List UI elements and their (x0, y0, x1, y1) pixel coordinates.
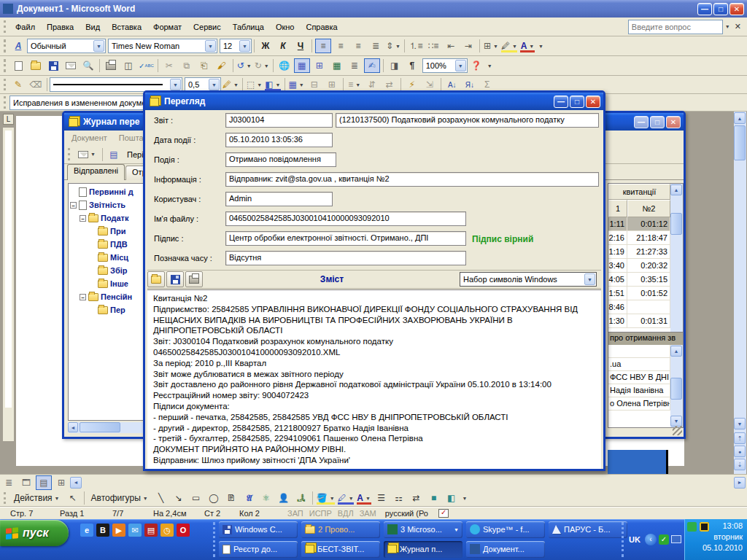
line-style-combobox[interactable]: ▼ (50, 77, 182, 92)
autoshapes-button[interactable]: Автофигуры▼ (88, 491, 152, 505)
table-row[interactable]: 2:1621:18:47 (608, 231, 670, 245)
line-style-icon[interactable]: ☰ (374, 491, 390, 505)
bold-button[interactable]: Ж (258, 39, 274, 53)
tree-item-6[interactable]: Збір (70, 264, 144, 277)
taskbar-button-docs[interactable]: БЕСТ-ЗВІТ... (301, 541, 380, 558)
menubar-grip[interactable] (4, 20, 7, 34)
selected-table-cell[interactable] (608, 450, 666, 474)
word-maximize-button[interactable]: □ (713, 3, 728, 15)
mail-icon[interactable] (63, 58, 79, 73)
italic-button[interactable]: К (275, 39, 291, 53)
justify-button[interactable]: ≣ (368, 39, 384, 53)
detail-row[interactable]: .ua (608, 358, 670, 371)
arrow-icon[interactable]: ↘ (171, 491, 187, 505)
style-combobox[interactable]: Обычный▼ (27, 39, 106, 53)
open-icon[interactable] (28, 58, 44, 73)
distribute-rows-icon[interactable]: ⇵ (364, 77, 380, 92)
table-row[interactable]: 1:300:01:31 (608, 314, 670, 328)
media-player-icon[interactable]: ▶ (112, 524, 125, 537)
distribute-cols-icon[interactable]: ⇄ (382, 77, 398, 92)
reviewing-grip[interactable] (4, 96, 7, 108)
question-dropdown-icon[interactable]: ▼ (725, 24, 730, 29)
journal-toolbar-grip[interactable] (68, 148, 71, 161)
floppy-app-icon[interactable]: ▤ (144, 524, 158, 537)
receipts-col1-header[interactable]: 1 (608, 200, 627, 217)
journal-minimize-button[interactable]: — (634, 116, 649, 128)
threed-style-icon[interactable]: ◧ (444, 491, 460, 505)
word-menu-item-7[interactable]: Окно (270, 20, 301, 34)
insert-table-icon[interactable]: ⊞ (311, 58, 328, 73)
taskbar-button-parus[interactable]: ПАРУС - Б... (549, 521, 627, 538)
highlight-button[interactable]: 🖉▼ (500, 39, 518, 53)
taskbar-button-docs[interactable]: Журнал п... (384, 541, 462, 558)
usb-device-icon[interactable] (687, 522, 697, 532)
columns-icon[interactable]: ≣ (347, 58, 363, 73)
document-map-icon[interactable]: ◨ (387, 58, 403, 73)
arrow-style-icon[interactable]: ⇄ (409, 491, 425, 505)
updater-icon[interactable] (700, 522, 709, 532)
show-marks-icon[interactable]: ¶ (404, 58, 420, 73)
journal-resize-grip[interactable] (673, 426, 682, 435)
sort-desc-icon[interactable]: Я↓ (462, 77, 478, 92)
word-menu-item-3[interactable]: Вставка (106, 20, 147, 34)
decrease-indent-button[interactable]: ⇤ (443, 39, 459, 53)
language-bar-icon[interactable]: ‹ (645, 534, 657, 545)
eraser-icon[interactable]: ⌫ (28, 77, 44, 92)
content-print-button[interactable] (185, 271, 203, 287)
report-code-field[interactable]: J0300104 (225, 113, 333, 128)
network-icon[interactable] (671, 535, 681, 543)
drawing-font-color-icon[interactable]: A▼ (356, 491, 372, 505)
receipts-col2-header[interactable]: №2 (627, 200, 670, 217)
drawing-icon[interactable]: ✍ (364, 58, 380, 73)
tree-item-0[interactable]: Первинні д (70, 185, 144, 198)
drawing-overflow-icon[interactable]: ▼ (462, 496, 468, 501)
tables-grip[interactable] (4, 79, 7, 91)
tree-item-9[interactable]: Пер (70, 303, 144, 316)
table-row[interactable]: 4:050:35:15 (608, 273, 670, 287)
word-menu-item-2[interactable]: Вид (80, 20, 106, 34)
autoformat-icon[interactable]: ⚡ (404, 77, 420, 92)
tree-item-8[interactable]: –Пенсійн (70, 290, 144, 303)
taskbar-button-floppy[interactable]: Windows C... (219, 521, 298, 538)
dialog-close-button[interactable]: ✕ (586, 96, 600, 108)
detail-row[interactable] (608, 345, 670, 358)
detail-scroll-down-icon[interactable]: ▼ (670, 416, 682, 427)
journal-close-button[interactable]: ✕ (666, 116, 681, 128)
insert-table-dropdown-icon[interactable]: ▦▼ (288, 77, 305, 92)
hyperlink-icon[interactable]: 🌐 (276, 58, 293, 73)
word-titlebar[interactable]: Документ1 - Microsoft Word — □ ✕ (0, 0, 747, 18)
taskbar-button-document[interactable]: Реєстр до... (219, 541, 298, 558)
numbering-button[interactable]: ⒈≡ (408, 39, 424, 53)
outline-view-icon[interactable]: ⊞ (53, 475, 69, 490)
tab-selector[interactable]: L (3, 114, 14, 125)
word-menu-item-6[interactable]: Таблица (227, 20, 270, 34)
redo-icon[interactable]: ↻▼ (254, 58, 270, 73)
tree-item-5[interactable]: Місц (70, 251, 144, 264)
receipts-scroll-up-icon[interactable]: ▲ (670, 184, 682, 195)
format-painter-icon[interactable]: 🖌 (214, 58, 230, 73)
menubar-close-icon[interactable]: ✕ (735, 22, 741, 31)
increase-indent-button[interactable]: ⇥ (460, 39, 476, 53)
tab-sent[interactable]: Відправлені (67, 164, 125, 180)
event-field[interactable]: Отримано повідомлення (225, 152, 336, 167)
content-body[interactable]: Квитанція №2Підприємство: 25842585 УПРАВ… (147, 289, 601, 469)
formatting-overflow-icon[interactable]: ▼ (538, 44, 543, 49)
next-page-icon[interactable]: ⇣ (734, 459, 746, 470)
align-left-button[interactable]: ≡ (315, 39, 331, 53)
tree-item-4[interactable]: ПДВ (70, 238, 144, 251)
insert-excel-icon[interactable]: ▦ (329, 58, 345, 73)
thebat-icon[interactable]: B (96, 524, 109, 537)
content-save-button[interactable] (166, 271, 184, 287)
previous-page-icon[interactable]: ⇡ (734, 432, 746, 444)
scrollbar-thumb[interactable] (734, 125, 746, 160)
merge-cells-icon[interactable]: ⊟ (306, 77, 322, 92)
rectangle-icon[interactable]: ▭ (188, 491, 204, 505)
charset-combobox[interactable]: Набор символів Windows▼ (460, 272, 597, 287)
draw-table-icon[interactable]: ✎ (10, 77, 26, 92)
outlook-express-icon[interactable]: ✉ (128, 524, 142, 537)
taskbar-button-folder[interactable]: 2 Прово... (301, 521, 380, 538)
spelling-status-icon[interactable]: ✓ (438, 509, 449, 518)
standard-grip[interactable] (4, 59, 7, 72)
table-row[interactable]: 1:1921:27:33 (608, 245, 670, 259)
styles-icon[interactable]: A (10, 39, 26, 53)
